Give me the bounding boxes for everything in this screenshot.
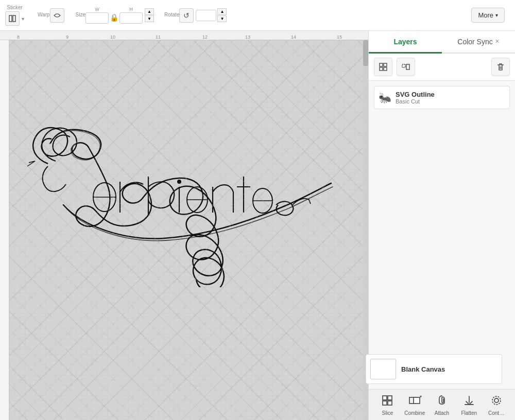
right-panel: Layers Color Sync ✕ (368, 31, 515, 420)
svg-rect-0 (9, 15, 12, 22)
attach-icon (436, 394, 448, 409)
combine-label: Combine (404, 410, 425, 416)
design-svg (20, 81, 349, 287)
svg-rect-8 (380, 67, 383, 71)
ungroup-btn[interactable] (397, 58, 415, 76)
ruler-mark-8: 8 (17, 34, 20, 40)
svg-rect-7 (384, 63, 387, 66)
group-icon (379, 62, 388, 72)
layer-type: Basic Cut (396, 98, 505, 104)
slice-btn[interactable]: Slice (374, 394, 400, 416)
svg-rect-15 (388, 396, 392, 400)
color-sync-close-icon[interactable]: ✕ (495, 38, 500, 45)
blank-canvas-item[interactable]: Blank Canvas (369, 354, 502, 384)
contour-btn[interactable]: Cont… (484, 394, 509, 416)
blank-canvas-thumb (370, 359, 396, 379)
rotate-down-btn[interactable]: ▼ (217, 15, 227, 22)
combine-btn[interactable]: ▾ Combine (402, 394, 427, 416)
tab-color-sync-label: Color Sync (457, 38, 492, 46)
ruler-mark-11: 11 (156, 34, 161, 40)
more-group: More ▾ (471, 8, 510, 23)
canvas-area: 8 9 10 11 12 13 14 15 (0, 31, 368, 420)
ruler-mark-14: 14 (291, 34, 296, 40)
warp-btn[interactable] (50, 8, 64, 23)
warp-group: Warp (38, 8, 65, 23)
combine-arrow-icon: ▾ (420, 394, 422, 399)
layer-item-svg[interactable]: 🐜 SVG Outline Basic Cut (374, 86, 510, 109)
svg-point-21 (492, 396, 501, 405)
sticker-icon-btn[interactable] (5, 11, 20, 26)
ruler-top-marks: 8 9 10 11 12 13 14 15 (9, 31, 368, 40)
svg-rect-19 (414, 397, 420, 404)
delete-btn[interactable] (491, 58, 510, 76)
panel-tabs: Layers Color Sync ✕ (369, 31, 515, 54)
tab-color-sync[interactable]: Color Sync ✕ (442, 31, 515, 54)
rotate-input[interactable] (196, 10, 216, 21)
group-btn[interactable] (374, 58, 392, 76)
layer-info: SVG Outline Basic Cut (396, 91, 505, 104)
ruler-mark-13: 13 (245, 34, 250, 40)
flatten-btn[interactable]: Flatten (456, 394, 482, 416)
flatten-label: Flatten (461, 410, 477, 416)
ungroup-icon (401, 62, 410, 72)
svg-rect-6 (380, 63, 383, 66)
tab-layers[interactable]: Layers (369, 31, 442, 54)
svg-rect-11 (406, 64, 409, 69)
width-input[interactable] (85, 12, 109, 24)
rotate-up-btn[interactable]: ▲ (217, 8, 227, 15)
main-toolbar: Sticker ▾ Warp Size W (0, 0, 515, 31)
bottom-actions: Slice ▾ Combine Attach (369, 389, 515, 420)
svg-rect-9 (384, 67, 387, 71)
ruler-mark-12: 12 (202, 34, 208, 40)
size-up-btn[interactable]: ▲ (145, 8, 154, 15)
svg-rect-17 (388, 401, 392, 405)
ruler-mark-15: 15 (337, 34, 342, 40)
sticker-label: Sticker (7, 5, 23, 10)
rotate-label: Rotate (164, 12, 179, 18)
rotate-ccw-btn[interactable]: ↺ (179, 8, 194, 23)
tab-layers-label: Layers (393, 38, 417, 46)
size-down-btn[interactable]: ▼ (145, 15, 154, 22)
delete-icon (496, 62, 505, 72)
h-label: H (129, 7, 133, 12)
ruler-mark-10: 10 (110, 34, 115, 40)
canvas-grid-area (0, 40, 368, 420)
ruler-top: 8 9 10 11 12 13 14 15 (0, 31, 368, 40)
ruler-left (0, 40, 9, 420)
w-label: W (95, 7, 99, 12)
svg-rect-14 (383, 396, 387, 400)
rotate-group: Rotate ↺ ▲ ▼ (164, 8, 227, 23)
svg-rect-16 (383, 401, 387, 405)
size-label: Size (76, 12, 85, 18)
height-input[interactable] (119, 12, 143, 24)
sticker-group: Sticker ▾ (5, 5, 27, 26)
ruler-mark-9: 9 (66, 34, 68, 40)
sticker-item: Sticker ▾ (5, 5, 24, 26)
layers-content: 🐜 SVG Outline Basic Cut Blank Canvas (369, 81, 515, 389)
scrollbar-thumb[interactable] (363, 40, 368, 66)
more-arrow-icon: ▾ (495, 12, 498, 18)
svg-point-22 (494, 398, 499, 402)
svg-rect-1 (13, 15, 15, 22)
attach-label: Attach (435, 410, 449, 416)
link-icon: 🔒 (110, 13, 118, 22)
slice-icon (381, 394, 393, 409)
contour-label: Cont… (488, 410, 504, 416)
attach-btn[interactable]: Attach (429, 394, 455, 416)
more-label: More (478, 11, 493, 19)
more-button[interactable]: More ▾ (471, 8, 505, 23)
blank-canvas-label: Blank Canvas (401, 365, 445, 373)
panel-toolbar (369, 54, 515, 81)
flatten-icon (463, 394, 475, 409)
combine-icon: ▾ (408, 394, 421, 409)
contour-icon (490, 394, 503, 409)
canvas-main[interactable] (9, 40, 363, 420)
size-group: Size W 🔒 H ▲ ▼ (76, 7, 154, 24)
layer-bug-icon: 🐜 (379, 92, 391, 104)
svg-point-3 (177, 180, 181, 184)
main-layout: 8 9 10 11 12 13 14 15 (0, 31, 515, 420)
layer-name: SVG Outline (396, 91, 505, 98)
slice-label: Slice (382, 410, 393, 416)
warp-label: Warp (38, 12, 50, 18)
svg-rect-10 (402, 64, 405, 67)
